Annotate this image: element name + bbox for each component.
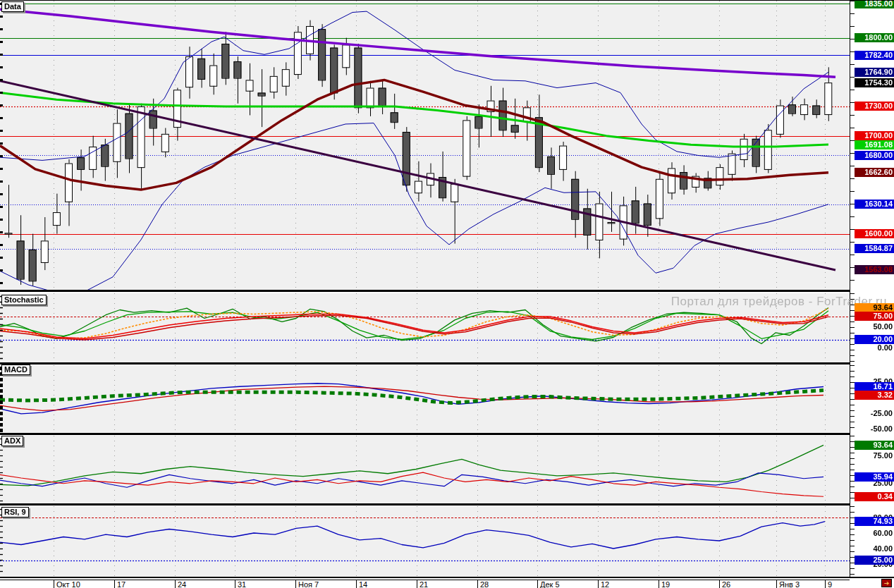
x-tick [54, 580, 54, 588]
price-badge: 1691.08 [855, 140, 894, 149]
x-tick-label: 19 [661, 580, 670, 588]
panel-separator[interactable] [0, 433, 850, 435]
x-tick [776, 580, 777, 588]
axis-label: 50.00 [855, 322, 894, 331]
x-tick-label: Окт 10 [56, 580, 80, 588]
price-badge: 1600.00 [855, 229, 894, 238]
x-tick [175, 580, 176, 588]
panel-label-adx[interactable]: ADX [1, 436, 23, 446]
price-badge: 1730.00 [855, 102, 894, 111]
price-badge: 1584.87 [855, 244, 894, 253]
price-badge: 1680.00 [855, 151, 894, 160]
price-badge: 35.94 [855, 472, 894, 482]
price-badge: 16.71 [855, 382, 894, 391]
price-badge: 1835.00 [855, 0, 894, 8]
panel-label-macd[interactable]: MACD [1, 365, 30, 375]
price-badge: 25.00 [855, 556, 894, 565]
price-badge: 1630.14 [855, 200, 894, 209]
x-tick [537, 580, 538, 588]
price-badge: 1782.40 [855, 51, 894, 60]
main-price-chart-canvas[interactable] [0, 1, 850, 290]
axis-label: 75.00 [855, 451, 894, 460]
panel-label-data[interactable]: Data [1, 1, 24, 12]
x-tick-label: Дек 5 [540, 580, 560, 588]
axis-label: -50.00 [855, 424, 894, 434]
price-badge: 1662.60 [855, 168, 894, 177]
x-tick [295, 580, 296, 588]
panel-separator[interactable] [0, 503, 850, 506]
panel-separator[interactable] [0, 362, 850, 365]
price-badge: 93.64 [855, 441, 894, 450]
price-badge: 1800.00 [855, 33, 894, 42]
price-badge: 20.00 [855, 335, 894, 344]
panel-label-rsi[interactable]: RSI, 9 [1, 507, 29, 517]
price-badge: 1764.90 [855, 68, 894, 77]
x-tick-label: 26 [722, 580, 730, 588]
x-tick [235, 580, 235, 588]
x-tick-label: Ноя 7 [298, 580, 319, 588]
rsi-panel-canvas[interactable] [0, 506, 850, 577]
price-badge: 1700.00 [855, 131, 894, 140]
x-tick-label: 24 [178, 580, 186, 588]
x-tick [719, 580, 720, 588]
price-badge: 1563.08 [855, 265, 894, 274]
time-axis: Окт 10172431Ноя 7142128Дек 5121926Янв 39 [0, 577, 894, 588]
x-tick [598, 580, 599, 588]
x-tick [659, 580, 659, 588]
x-tick-label: Янв 3 [779, 580, 800, 588]
x-tick-label: 31 [238, 580, 246, 588]
price-badge: 1754.30 [855, 78, 894, 87]
x-tick [477, 580, 478, 588]
x-tick-label: 9 [828, 580, 832, 588]
price-badge: 3.32 [855, 391, 894, 400]
x-tick-label: 17 [117, 580, 125, 588]
scroll-right-button[interactable]: ➔ [881, 579, 892, 587]
x-tick-label: 28 [480, 580, 489, 588]
panel-label-stochastic[interactable]: Stochastic [1, 295, 47, 305]
x-tick [114, 580, 115, 588]
axis-label: 0.00 [855, 343, 894, 353]
price-badge: 74.93 [855, 517, 894, 526]
axis-label: 60.00 [855, 529, 894, 538]
adx-panel-canvas[interactable] [0, 436, 850, 503]
arrow-right-icon: ➔ [884, 580, 890, 587]
x-tick-label: 21 [420, 580, 428, 588]
trading-chart-window: Data Stochastic MACD ADX RSI, 9 Портал д… [0, 0, 894, 588]
price-badge: 0.34 [855, 492, 894, 501]
x-tick-label: 12 [601, 580, 609, 588]
x-tick [825, 580, 826, 588]
x-tick [356, 580, 357, 588]
panel-separator[interactable] [0, 290, 850, 292]
axis-label: 40.00 [855, 544, 894, 553]
macd-panel-canvas[interactable] [0, 365, 850, 433]
x-tick [417, 580, 417, 588]
price-badge: 75.00 [855, 312, 894, 321]
axis-label: -25.00 [855, 409, 894, 418]
x-tick-label: 14 [359, 580, 367, 588]
